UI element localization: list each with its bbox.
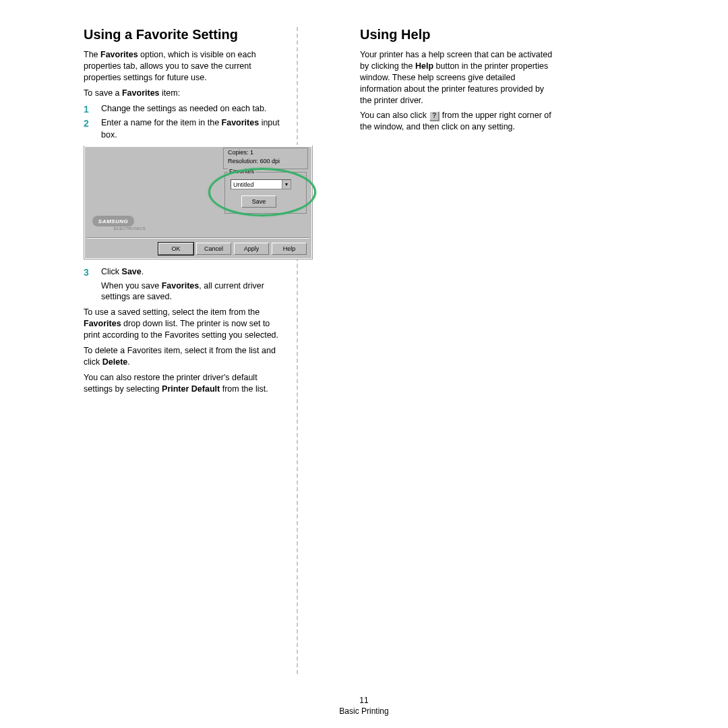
logo-subtext: ELECTRONICS: [92, 226, 146, 231]
help-button[interactable]: Help: [272, 243, 307, 255]
left-column: Using a Favorite Setting The Favorites o…: [27, 27, 297, 674]
save-button[interactable]: Save: [241, 195, 276, 208]
text: The: [84, 50, 100, 59]
text: Click: [101, 267, 122, 276]
text-bold: Favorites: [222, 118, 260, 127]
tosave-line: To save a Favorites item:: [84, 88, 287, 99]
text-bold: Favorites: [100, 50, 138, 59]
brand-logo: SAMSUNG ELECTRONICS: [92, 216, 146, 231]
text-bold: Favorites: [84, 319, 121, 328]
steps-list: Change the settings as needed on each ta…: [84, 103, 287, 142]
step-2: Enter a name for the item in the Favorit…: [84, 117, 287, 141]
step-text: Change the settings as needed on each ta…: [101, 104, 266, 113]
help-paragraph-2: You can also click ? from the upper righ…: [360, 110, 554, 133]
use-paragraph: To use a saved setting, select the item …: [84, 307, 287, 341]
text: To use a saved setting, select the item …: [84, 307, 260, 317]
text: Enter a name for the item in the: [101, 118, 222, 127]
favorites-combobox[interactable]: Untitled ▾: [231, 179, 291, 189]
heading-favorite: Using a Favorite Setting: [84, 27, 287, 42]
heading-help: Using Help: [360, 27, 554, 42]
question-icon[interactable]: ?: [429, 111, 439, 121]
chevron-down-icon[interactable]: ▾: [282, 180, 291, 189]
combobox-value: Untitled: [233, 181, 254, 188]
text: from the list.: [220, 384, 268, 394]
text-bold: Favorites: [162, 281, 200, 291]
separator: [87, 237, 309, 239]
text-bold: Favorites: [122, 88, 160, 98]
text-bold: Help: [415, 61, 433, 71]
text: .: [142, 267, 144, 276]
text: .: [127, 357, 129, 367]
ok-button[interactable]: OK: [158, 243, 193, 255]
intro-paragraph: The Favorites option, which is visible o…: [84, 49, 287, 84]
screenshot-dialog: Copies: 1 Resolution: 600 dpi Favorites …: [84, 145, 313, 260]
page-number: 11: [0, 696, 728, 705]
copies-label: Copies: 1: [228, 149, 253, 156]
info-group: Copies: 1 Resolution: 600 dpi: [223, 148, 308, 169]
step-3-sub: When you save Favorites, all current dri…: [101, 280, 287, 303]
restore-paragraph: You can also restore the printer driver'…: [84, 372, 287, 395]
page-footer: 11 Basic Printing: [0, 696, 728, 716]
help-paragraph-1: Your printer has a help screen that can …: [360, 49, 554, 106]
cancel-button[interactable]: Cancel: [196, 243, 231, 255]
text-bold: Save: [122, 267, 142, 276]
delete-paragraph: To delete a Favorites item, select it fr…: [84, 345, 287, 368]
text: You can also click: [360, 111, 429, 120]
text-bold: Printer Default: [162, 384, 220, 394]
steps-list-cont: Click Save. When you save Favorites, all…: [84, 266, 287, 303]
step-1: Change the settings as needed on each ta…: [84, 103, 287, 115]
apply-button[interactable]: Apply: [234, 243, 269, 255]
favorites-group: Favorites Untitled ▾ Save: [224, 172, 307, 214]
step-3: Click Save. When you save Favorites, all…: [84, 266, 287, 303]
text: item:: [160, 88, 181, 98]
text-bold: Delete: [102, 357, 128, 367]
favorites-groupbox-label: Favorites: [228, 168, 255, 175]
resolution-label: Resolution: 600 dpi: [228, 158, 280, 164]
footer-section: Basic Printing: [0, 706, 728, 716]
right-column: Using Help Your printer has a help scree…: [298, 27, 568, 674]
logo-text: SAMSUNG: [92, 216, 134, 226]
text: To save a: [84, 88, 122, 98]
text: When you save: [101, 281, 162, 291]
dialog-button-row: OK Cancel Apply Help: [158, 243, 307, 255]
